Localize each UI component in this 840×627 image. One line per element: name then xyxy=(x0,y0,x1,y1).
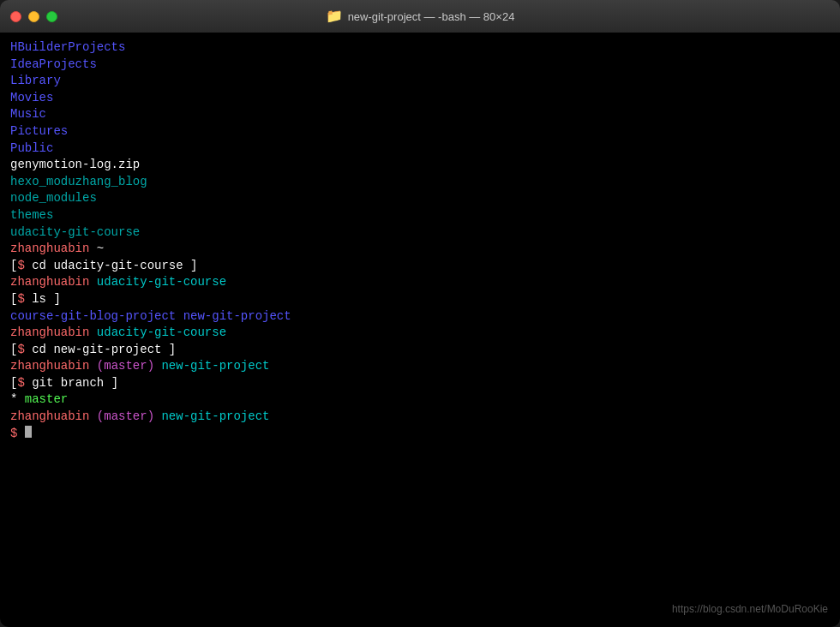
list-item: udacity-git-course xyxy=(10,224,830,242)
final-prompt-line: $ xyxy=(10,426,830,443)
maximize-button[interactable] xyxy=(46,11,57,22)
command-line: [ $ git branch ] xyxy=(10,375,830,392)
terminal-window: 📁 new-git-project — -bash — 80×24 HBuild… xyxy=(0,0,840,627)
ls-output: course-git-blog-project new-git-project xyxy=(10,308,830,325)
list-item: Movies xyxy=(10,90,830,107)
close-button[interactable] xyxy=(10,11,21,22)
minimize-button[interactable] xyxy=(28,11,39,22)
prompt-line: zhanghuabin ~ xyxy=(10,241,830,258)
prompt-user: zhanghuabin xyxy=(10,241,89,258)
window-title: new-git-project — -bash — 80×24 xyxy=(348,10,515,23)
terminal-body[interactable]: HBuilderProjects IdeaProjects Library Mo… xyxy=(0,33,840,627)
cursor xyxy=(25,426,32,438)
folder-icon: 📁 xyxy=(326,8,343,25)
list-item: Music xyxy=(10,106,830,123)
command-line: [ $ cd new-git-project ] xyxy=(10,342,830,359)
prompt-line: zhanghuabin udacity-git-course xyxy=(10,274,830,291)
command-line: [ $ ls ] xyxy=(10,291,830,308)
list-item: hexo_moduzhang_blog xyxy=(10,174,830,191)
list-item: Library xyxy=(10,73,830,90)
command-text: git branch xyxy=(32,375,104,392)
traffic-lights xyxy=(10,11,57,22)
list-item: genymotion-log.zip xyxy=(10,157,830,174)
list-item: Pictures xyxy=(10,123,830,140)
command-text: cd new-git-project xyxy=(32,342,161,359)
list-item: IdeaProjects xyxy=(10,57,830,74)
watermark: https://blog.csdn.net/MoDuRooKie xyxy=(672,602,828,617)
prompt-master-line: zhanghuabin (master) new-git-project xyxy=(10,358,830,375)
titlebar: 📁 new-git-project — -bash — 80×24 xyxy=(0,0,840,33)
command-text: cd udacity-git-course xyxy=(32,258,183,275)
command-text: ls xyxy=(32,291,46,308)
list-item: themes xyxy=(10,207,830,224)
list-item: node_modules xyxy=(10,190,830,207)
command-line: [ $ cd udacity-git-course ] xyxy=(10,258,830,275)
list-item: HBuilderProjects xyxy=(10,39,830,57)
list-item: Public xyxy=(10,140,830,158)
branch-output: * master xyxy=(10,391,830,409)
prompt-master-line: zhanghuabin (master) new-git-project xyxy=(10,409,830,426)
prompt-line: zhanghuabin udacity-git-course xyxy=(10,325,830,342)
